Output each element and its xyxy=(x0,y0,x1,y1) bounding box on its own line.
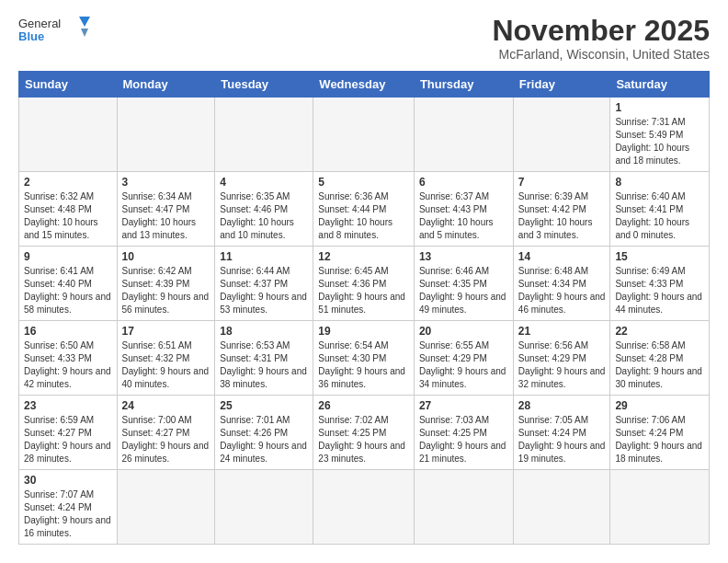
col-monday: Monday xyxy=(117,72,215,98)
page-header: General Blue November 2025 McFarland, Wi… xyxy=(18,15,710,62)
day-number: 29 xyxy=(615,399,704,412)
title-block: November 2025 McFarland, Wisconsin, Unit… xyxy=(492,15,710,62)
day-number: 14 xyxy=(518,250,606,263)
logo: General Blue xyxy=(18,15,92,48)
day-number: 13 xyxy=(419,250,508,263)
day-number: 12 xyxy=(318,250,409,263)
day-info: Sunrise: 6:50 AM Sunset: 4:33 PM Dayligh… xyxy=(24,339,112,391)
day-number: 9 xyxy=(24,250,112,263)
day-number: 15 xyxy=(615,250,704,263)
calendar-day-cell: 15Sunrise: 6:49 AM Sunset: 4:33 PM Dayli… xyxy=(610,247,710,321)
calendar-day-cell: 27Sunrise: 7:03 AM Sunset: 4:25 PM Dayli… xyxy=(414,396,513,470)
calendar-day-cell: 8Sunrise: 6:40 AM Sunset: 4:41 PM Daylig… xyxy=(610,172,710,247)
day-info: Sunrise: 6:36 AM Sunset: 4:44 PM Dayligh… xyxy=(318,190,409,242)
calendar-day-cell: 29Sunrise: 7:06 AM Sunset: 4:24 PM Dayli… xyxy=(610,396,710,470)
day-number: 10 xyxy=(122,250,210,263)
calendar-day-cell: 10Sunrise: 6:42 AM Sunset: 4:39 PM Dayli… xyxy=(117,247,215,321)
col-saturday: Saturday xyxy=(610,72,710,98)
day-info: Sunrise: 7:05 AM Sunset: 4:24 PM Dayligh… xyxy=(518,414,606,465)
calendar-day-cell xyxy=(313,98,415,172)
day-info: Sunrise: 6:44 AM Sunset: 4:37 PM Dayligh… xyxy=(220,265,308,316)
day-number: 5 xyxy=(318,176,409,189)
day-info: Sunrise: 7:02 AM Sunset: 4:25 PM Dayligh… xyxy=(318,414,409,465)
day-number: 8 xyxy=(615,176,704,189)
day-number: 19 xyxy=(318,325,409,338)
calendar-day-cell xyxy=(610,470,710,545)
day-info: Sunrise: 6:42 AM Sunset: 4:39 PM Dayligh… xyxy=(122,265,210,316)
calendar-day-cell: 18Sunrise: 6:53 AM Sunset: 4:31 PM Dayli… xyxy=(215,321,313,396)
calendar-day-cell xyxy=(117,98,215,172)
day-info: Sunrise: 6:51 AM Sunset: 4:32 PM Dayligh… xyxy=(122,339,210,391)
day-info: Sunrise: 6:35 AM Sunset: 4:46 PM Dayligh… xyxy=(220,190,308,242)
day-number: 3 xyxy=(122,176,210,189)
calendar-day-cell: 2Sunrise: 6:32 AM Sunset: 4:48 PM Daylig… xyxy=(19,172,118,247)
day-info: Sunrise: 7:31 AM Sunset: 5:49 PM Dayligh… xyxy=(615,116,704,167)
calendar-day-cell: 6Sunrise: 6:37 AM Sunset: 4:43 PM Daylig… xyxy=(414,172,513,247)
day-number: 17 xyxy=(122,325,210,338)
day-number: 28 xyxy=(518,399,606,412)
day-info: Sunrise: 7:01 AM Sunset: 4:26 PM Dayligh… xyxy=(220,414,308,465)
calendar-day-cell xyxy=(19,98,118,172)
calendar-day-cell xyxy=(513,470,610,545)
calendar-day-cell: 26Sunrise: 7:02 AM Sunset: 4:25 PM Dayli… xyxy=(313,396,415,470)
calendar-day-cell: 17Sunrise: 6:51 AM Sunset: 4:32 PM Dayli… xyxy=(117,321,215,396)
col-thursday: Thursday xyxy=(414,72,513,98)
day-number: 23 xyxy=(24,399,112,412)
day-number: 4 xyxy=(220,176,308,189)
calendar-week-row: 30Sunrise: 7:07 AM Sunset: 4:24 PM Dayli… xyxy=(19,470,710,545)
calendar-day-cell xyxy=(414,470,513,545)
day-number: 22 xyxy=(615,325,704,338)
location-subtitle: McFarland, Wisconsin, United States xyxy=(492,47,710,62)
col-friday: Friday xyxy=(513,72,610,98)
day-number: 30 xyxy=(24,474,112,487)
calendar-day-cell: 24Sunrise: 7:00 AM Sunset: 4:27 PM Dayli… xyxy=(117,396,215,470)
day-info: Sunrise: 6:53 AM Sunset: 4:31 PM Dayligh… xyxy=(220,339,308,391)
day-info: Sunrise: 6:58 AM Sunset: 4:28 PM Dayligh… xyxy=(615,339,704,391)
calendar-day-cell: 9Sunrise: 6:41 AM Sunset: 4:40 PM Daylig… xyxy=(19,247,118,321)
calendar-table: Sunday Monday Tuesday Wednesday Thursday… xyxy=(18,71,710,545)
day-number: 6 xyxy=(419,176,508,189)
day-info: Sunrise: 7:00 AM Sunset: 4:27 PM Dayligh… xyxy=(122,414,210,465)
day-number: 20 xyxy=(419,325,508,338)
calendar-day-cell: 19Sunrise: 6:54 AM Sunset: 4:30 PM Dayli… xyxy=(313,321,415,396)
day-info: Sunrise: 6:54 AM Sunset: 4:30 PM Dayligh… xyxy=(318,339,409,391)
day-info: Sunrise: 6:48 AM Sunset: 4:34 PM Dayligh… xyxy=(518,265,606,316)
calendar-week-row: 23Sunrise: 6:59 AM Sunset: 4:27 PM Dayli… xyxy=(19,396,710,470)
calendar-day-cell xyxy=(215,470,313,545)
calendar-day-cell: 25Sunrise: 7:01 AM Sunset: 4:26 PM Dayli… xyxy=(215,396,313,470)
day-info: Sunrise: 6:59 AM Sunset: 4:27 PM Dayligh… xyxy=(24,414,112,465)
calendar-day-cell: 22Sunrise: 6:58 AM Sunset: 4:28 PM Dayli… xyxy=(610,321,710,396)
svg-marker-3 xyxy=(81,29,88,37)
day-number: 27 xyxy=(419,399,508,412)
calendar-day-cell: 28Sunrise: 7:05 AM Sunset: 4:24 PM Dayli… xyxy=(513,396,610,470)
calendar-day-cell: 4Sunrise: 6:35 AM Sunset: 4:46 PM Daylig… xyxy=(215,172,313,247)
calendar-day-cell: 1Sunrise: 7:31 AM Sunset: 5:49 PM Daylig… xyxy=(610,98,710,172)
day-info: Sunrise: 6:45 AM Sunset: 4:36 PM Dayligh… xyxy=(318,265,409,316)
day-number: 18 xyxy=(220,325,308,338)
calendar-day-cell: 11Sunrise: 6:44 AM Sunset: 4:37 PM Dayli… xyxy=(215,247,313,321)
day-number: 2 xyxy=(24,176,112,189)
day-number: 1 xyxy=(615,101,704,114)
day-info: Sunrise: 7:06 AM Sunset: 4:24 PM Dayligh… xyxy=(615,414,704,465)
col-sunday: Sunday xyxy=(19,72,118,98)
day-info: Sunrise: 6:39 AM Sunset: 4:42 PM Dayligh… xyxy=(518,190,606,242)
day-number: 24 xyxy=(122,399,210,412)
svg-text:Blue: Blue xyxy=(18,29,44,43)
calendar-day-cell: 20Sunrise: 6:55 AM Sunset: 4:29 PM Dayli… xyxy=(414,321,513,396)
calendar-week-row: 16Sunrise: 6:50 AM Sunset: 4:33 PM Dayli… xyxy=(19,321,710,396)
day-info: Sunrise: 6:49 AM Sunset: 4:33 PM Dayligh… xyxy=(615,265,704,316)
calendar-day-cell xyxy=(117,470,215,545)
day-info: Sunrise: 7:07 AM Sunset: 4:24 PM Dayligh… xyxy=(24,488,112,540)
calendar-day-cell: 21Sunrise: 6:56 AM Sunset: 4:29 PM Dayli… xyxy=(513,321,610,396)
calendar-week-row: 2Sunrise: 6:32 AM Sunset: 4:48 PM Daylig… xyxy=(19,172,710,247)
day-info: Sunrise: 7:03 AM Sunset: 4:25 PM Dayligh… xyxy=(419,414,508,465)
calendar-day-cell: 16Sunrise: 6:50 AM Sunset: 4:33 PM Dayli… xyxy=(19,321,118,396)
svg-text:General: General xyxy=(18,17,61,30)
calendar-day-cell xyxy=(414,98,513,172)
day-info: Sunrise: 6:32 AM Sunset: 4:48 PM Dayligh… xyxy=(24,190,112,242)
calendar-day-cell: 14Sunrise: 6:48 AM Sunset: 4:34 PM Dayli… xyxy=(513,247,610,321)
calendar-week-row: 1Sunrise: 7:31 AM Sunset: 5:49 PM Daylig… xyxy=(19,98,710,172)
calendar-day-cell xyxy=(215,98,313,172)
day-info: Sunrise: 6:55 AM Sunset: 4:29 PM Dayligh… xyxy=(419,339,508,391)
calendar-day-cell: 13Sunrise: 6:46 AM Sunset: 4:35 PM Dayli… xyxy=(414,247,513,321)
